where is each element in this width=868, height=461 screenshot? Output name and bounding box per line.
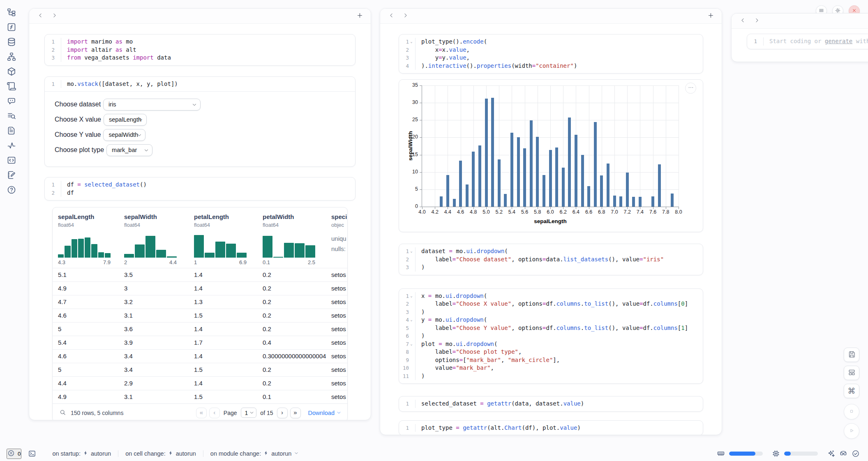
editor-placeholder: Start coding or generate with AI: [764, 37, 868, 46]
table-cell: 0.2: [263, 325, 331, 332]
tracing-button[interactable]: [7, 141, 16, 150]
file-explorer-button[interactable]: [7, 7, 16, 17]
documentation-button[interactable]: [7, 126, 16, 136]
dropdown-select-2[interactable]: sepalLength: [104, 114, 147, 126]
dependency-graph-button[interactable]: [7, 52, 16, 62]
gridline-vertical: [640, 85, 640, 207]
chart-bar: [485, 99, 488, 207]
stop-button[interactable]: [844, 404, 859, 420]
table-cell: 3: [124, 285, 194, 292]
error-indicator[interactable]: 0: [7, 449, 21, 459]
datasources-button[interactable]: [7, 37, 16, 47]
scratchpad-button[interactable]: [7, 170, 16, 180]
command-palette-button[interactable]: ⌘: [844, 384, 859, 398]
runtime-setting[interactable]: on cell change:autorun: [118, 450, 203, 457]
cell-plot-code-code[interactable]: 1⌄plot_type().encode(2 x=x.value,3 y=y.v…: [399, 35, 703, 73]
scroll-right-button[interactable]: [751, 16, 762, 26]
ai-assist-button[interactable]: [827, 449, 835, 458]
fold-toggle-icon[interactable]: ⌄: [409, 38, 414, 46]
dropdown-label: Choose X value: [55, 116, 101, 123]
dropdown-label: Choose dataset: [55, 101, 101, 108]
column-dtype: float64: [194, 221, 260, 228]
add-cell-button[interactable]: [354, 11, 365, 21]
chart-bar: [549, 150, 552, 207]
y-axis-title: sepalWidth: [407, 131, 413, 161]
fold-toggle-icon[interactable]: ⌄: [409, 247, 414, 256]
code-text: value="mark_bar",: [416, 364, 498, 372]
table-column-header: sepalWidthfloat6424.4: [124, 213, 194, 265]
cell-plot-type-code[interactable]: 1plot_type = getattr(alt.Chart(df), plot…: [399, 421, 703, 436]
cell-selected-dataset-code[interactable]: 1selected_dataset = getattr(data, datase…: [399, 396, 703, 411]
add-cell-button[interactable]: [705, 11, 716, 21]
logs-button[interactable]: [7, 111, 16, 121]
scroll-right-button[interactable]: [400, 11, 411, 21]
fold-toggle-icon[interactable]: ⌄: [409, 292, 414, 300]
chevron-down-icon: [336, 409, 342, 417]
chat-button[interactable]: [7, 96, 16, 106]
column-histogram: [263, 232, 315, 258]
error-count: 0: [18, 451, 21, 457]
chart-plot-area[interactable]: [422, 85, 679, 207]
notebook-column-1: 1import marimo as mo2import altair as al…: [29, 8, 371, 420]
help-button[interactable]: [7, 185, 16, 195]
table-cell: 3.9: [124, 339, 194, 346]
setting-value: autorun: [91, 450, 111, 457]
run-button[interactable]: [844, 423, 859, 439]
table-cell: setos: [331, 366, 348, 373]
cell-vstack-code[interactable]: 1mo.vstack([dataset, x, y, plot]): [45, 77, 355, 92]
table-search-button[interactable]: [58, 409, 67, 417]
table-cell: 3.6: [124, 325, 194, 332]
y-axis-tick: [420, 189, 422, 190]
scroll-right-button[interactable]: [49, 11, 60, 21]
code-line: 10 value="mark_bar",: [399, 364, 703, 372]
download-button[interactable]: Download: [308, 409, 342, 417]
snippets-button[interactable]: [7, 81, 16, 91]
fold-toggle-icon[interactable]: ⌄: [409, 316, 414, 324]
cell-imports-code[interactable]: 1import marimo as mo2import altair as al…: [45, 35, 355, 65]
play-icon: [848, 427, 855, 436]
connection-status-button[interactable]: [852, 449, 860, 458]
next-page-button[interactable]: ›: [277, 408, 288, 418]
fold-toggle-icon[interactable]: ⌄: [409, 340, 414, 348]
runtime-setting[interactable]: on module change:autorun: [203, 450, 306, 457]
dropdown-select-1[interactable]: iris: [103, 99, 201, 111]
chart-menu-button[interactable]: [685, 83, 696, 94]
outputs-button[interactable]: [7, 155, 16, 165]
table-cell: 0.2: [263, 366, 331, 373]
line-number: 9: [402, 356, 409, 364]
dropdown-select-4[interactable]: mark_bar: [106, 144, 152, 156]
layout-button[interactable]: [844, 366, 859, 380]
dropdown-select-3[interactable]: sepalWidth: [103, 129, 145, 141]
scroll-left-button[interactable]: [386, 11, 397, 21]
cell-df-code[interactable]: 1df = selected_dataset()2df: [45, 177, 355, 200]
chevron-down-icon: [138, 117, 143, 123]
scroll-left-button[interactable]: [35, 11, 46, 21]
packages-button[interactable]: [7, 67, 16, 76]
cell-plot-type: 1plot_type = getattr(alt.Chart(df), plot…: [399, 420, 703, 436]
scroll-left-button[interactable]: [737, 16, 748, 26]
first-page-button[interactable]: «: [196, 408, 207, 418]
line-number-gutter: 4⌄: [399, 316, 416, 324]
range-min: 2: [124, 259, 127, 265]
snippets-icon: [7, 81, 16, 91]
copilot-button[interactable]: [839, 449, 847, 458]
column-meta: uniqunulls:: [331, 233, 347, 254]
save-button[interactable]: [844, 348, 859, 362]
cell-empty-code[interactable]: 1Start coding or generate with AI: [747, 34, 868, 49]
column-range: 16.9: [194, 259, 247, 265]
code-line: 1selected_dataset = getattr(data, datase…: [399, 400, 703, 408]
runtime-setting[interactable]: on startup:autorun: [45, 450, 118, 457]
y-axis-tick: [420, 207, 422, 207]
functions-button[interactable]: [7, 22, 16, 32]
chart-bar: [568, 118, 571, 207]
cell-xy-plot-dropdowns-code[interactable]: 1⌄x = mo.ui.dropdown(2 label="Choose X v…: [399, 289, 703, 384]
altair-chart-output[interactable]: 4.04.24.44.64.85.05.25.45.65.86.06.26.46…: [399, 79, 703, 232]
terminal-button[interactable]: [28, 449, 36, 458]
page-select[interactable]: 1: [241, 408, 257, 418]
cell-dataset-dropdown-code[interactable]: 1⌄dataset = mo.ui.dropdown(2 label="Choo…: [399, 244, 703, 275]
line-number-gutter: 11: [399, 372, 416, 380]
prev-page-button[interactable]: ‹: [209, 408, 220, 418]
setting-label: on module change:: [210, 450, 261, 457]
last-page-button[interactable]: »: [290, 408, 301, 418]
y-axis-tick: [420, 120, 422, 120]
